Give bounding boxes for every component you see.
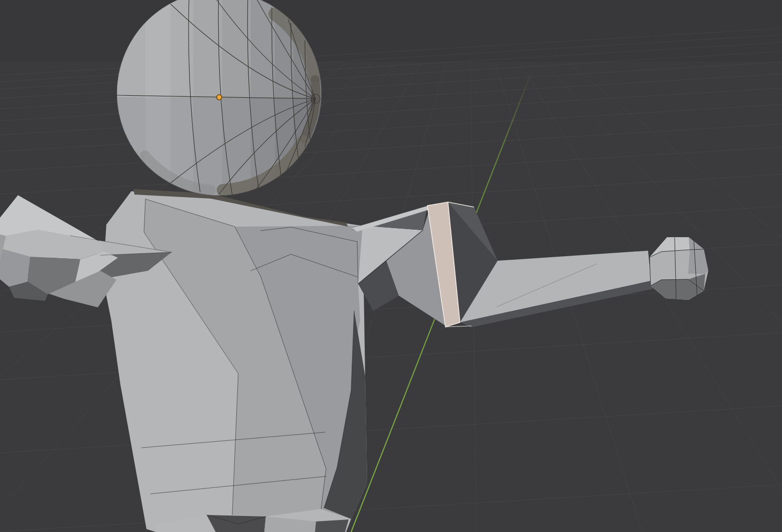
- origin-dot[interactable]: [217, 95, 221, 99]
- viewport-3d[interactable]: [0, 0, 782, 532]
- horizon-fade-band: [0, 0, 782, 62]
- viewport-scene-canvas[interactable]: [0, 0, 782, 532]
- right-leg-shadow-face[interactable]: [315, 519, 349, 532]
